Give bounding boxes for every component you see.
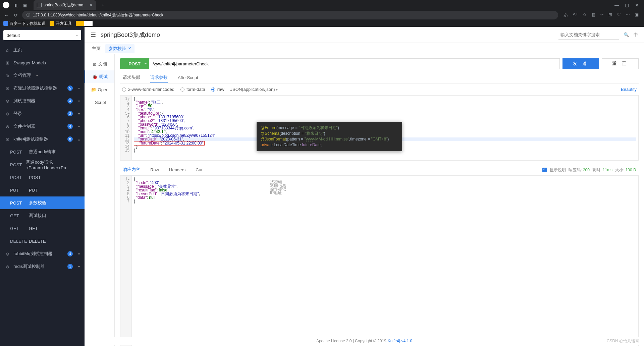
favorite-icon[interactable]: ☆ bbox=[583, 12, 587, 18]
profile-icon[interactable] bbox=[3, 2, 9, 8]
toolbar-icons: あ A⁺ ☆ ▥ ✧ ⊞ ♡ ⋯ ▣ bbox=[561, 12, 641, 18]
url-text: 127.0.0.1:1030/zyw/doc.html#/default/kni… bbox=[33, 12, 163, 18]
workspaces-icon[interactable]: ◧ bbox=[13, 2, 19, 8]
bookmark-devtools[interactable]: 开发工具 bbox=[50, 21, 72, 26]
address-bar: ← ⟳ ⓘ 127.0.0.1:1030/zyw/doc.html#/defau… bbox=[0, 10, 644, 20]
url-input[interactable]: ⓘ 127.0.0.1:1030/zyw/doc.html#/default/k… bbox=[22, 11, 558, 19]
extensions-icon[interactable]: ⊞ bbox=[608, 12, 612, 18]
maximize-icon[interactable]: ▢ bbox=[625, 3, 629, 8]
performance-icon[interactable]: ♡ bbox=[617, 12, 621, 18]
sidebar-icon[interactable]: ▣ bbox=[22, 2, 28, 8]
close-window-icon[interactable]: ✕ bbox=[635, 3, 639, 8]
copilot-icon[interactable]: ▣ bbox=[635, 12, 639, 18]
bookmark-baidu[interactable]: 百度一下，你就知道 bbox=[3, 21, 46, 26]
bookmarks-bar: 百度一下，你就知道 开发工具 bbox=[0, 20, 644, 27]
baidu-icon bbox=[3, 21, 8, 26]
tab-title: springBoot3集成demo bbox=[44, 2, 83, 8]
browser-chrome: ◧ ▣ springBoot3集成demo ✕ ＋ — ▢ ✕ ← ⟳ ⓘ 12… bbox=[0, 0, 644, 27]
window-controls: — ▢ ✕ bbox=[614, 3, 641, 8]
minimize-icon[interactable]: — bbox=[614, 3, 619, 8]
browser-tab[interactable]: springBoot3集成demo ✕ bbox=[34, 0, 96, 10]
folder-icon bbox=[50, 21, 54, 26]
tab-bar: ◧ ▣ springBoot3集成demo ✕ ＋ — ▢ ✕ bbox=[0, 0, 644, 10]
close-icon[interactable]: ✕ bbox=[89, 3, 93, 7]
back-icon[interactable]: ← bbox=[3, 13, 9, 18]
translate-icon[interactable]: あ bbox=[564, 12, 568, 18]
page-icon bbox=[37, 3, 42, 7]
reload-icon[interactable]: ⟳ bbox=[13, 13, 19, 18]
bookmark-item[interactable] bbox=[76, 21, 93, 26]
read-aloud-icon[interactable]: A⁺ bbox=[573, 12, 578, 18]
split-icon[interactable]: ▥ bbox=[591, 12, 595, 18]
new-tab-button[interactable]: ＋ bbox=[99, 2, 107, 8]
more-icon[interactable]: ⋯ bbox=[626, 12, 630, 18]
collections-icon[interactable]: ✧ bbox=[600, 12, 604, 18]
site-info-icon[interactable]: ⓘ bbox=[26, 12, 30, 18]
